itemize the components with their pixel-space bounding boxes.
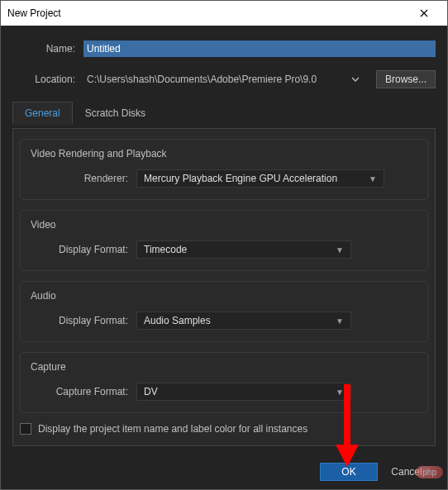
display-instances-label: Display the project item name and label …: [38, 423, 307, 435]
group-title-capture: Capture: [31, 361, 417, 373]
close-icon: [420, 9, 428, 17]
chevron-down-icon: ▼: [369, 174, 377, 183]
group-video-rendering: Video Rendering and Playback Renderer: M…: [20, 139, 428, 200]
group-capture: Capture Capture Format: DV ▼: [20, 352, 428, 413]
video-format-value: Timecode: [144, 244, 187, 255]
dialog-body: Name: Location: C:\Users\shash\Documents…: [1, 26, 447, 454]
group-audio: Audio Display Format: Audio Samples ▼: [20, 281, 428, 342]
close-button[interactable]: [407, 2, 441, 25]
chevron-down-icon: ▼: [336, 245, 344, 255]
capture-format-label: Capture Format:: [31, 386, 136, 397]
group-video: Video Display Format: Timecode ▼: [20, 210, 428, 271]
group-title-render: Video Rendering and Playback: [31, 148, 417, 159]
audio-format-value: Audio Samples: [144, 315, 211, 326]
renderer-select[interactable]: Mercury Playback Engine GPU Acceleration…: [136, 169, 384, 188]
chevron-down-icon: [351, 77, 360, 82]
location-path: C:\Users\shash\Documents\Adobe\Premiere …: [87, 74, 345, 85]
display-instances-row: Display the project item name and label …: [20, 423, 428, 435]
window-title: New Project: [7, 7, 61, 19]
capture-format-select[interactable]: DV ▼: [136, 383, 351, 401]
renderer-value: Mercury Playback Engine GPU Acceleration: [144, 173, 337, 184]
browse-button[interactable]: Browse...: [376, 70, 436, 88]
audio-format-select[interactable]: Audio Samples ▼: [136, 312, 351, 330]
video-format-label: Display Format:: [31, 244, 136, 255]
video-format-select[interactable]: Timecode ▼: [136, 240, 351, 259]
chevron-down-icon: ▼: [336, 388, 344, 397]
name-label: Name:: [12, 43, 83, 55]
name-input[interactable]: [83, 40, 436, 57]
audio-format-label: Display Format:: [31, 315, 136, 326]
tabs: General Scratch Disks: [12, 102, 436, 125]
general-panel: Video Rendering and Playback Renderer: M…: [12, 128, 436, 446]
group-title-audio: Audio: [31, 290, 417, 302]
renderer-label: Renderer:: [31, 173, 136, 184]
new-project-dialog: New Project Name: Location: C:\Users\sha…: [0, 0, 448, 490]
tab-scratch-disks[interactable]: Scratch Disks: [73, 102, 158, 125]
tab-general[interactable]: General: [12, 102, 73, 125]
ok-button[interactable]: OK: [320, 463, 378, 481]
titlebar: New Project: [1, 1, 447, 26]
location-row: Location: C:\Users\shash\Documents\Adobe…: [12, 70, 436, 88]
chevron-down-icon: ▼: [336, 316, 344, 326]
cancel-button[interactable]: Cancel: [378, 463, 436, 481]
location-label: Location:: [12, 74, 83, 85]
capture-format-value: DV: [144, 386, 158, 397]
location-value[interactable]: C:\Users\shash\Documents\Adobe\Premiere …: [83, 71, 369, 88]
name-row: Name:: [12, 40, 436, 57]
display-instances-checkbox[interactable]: [20, 423, 31, 435]
dialog-footer: OK Cancel: [1, 454, 447, 489]
group-title-video: Video: [31, 219, 417, 231]
